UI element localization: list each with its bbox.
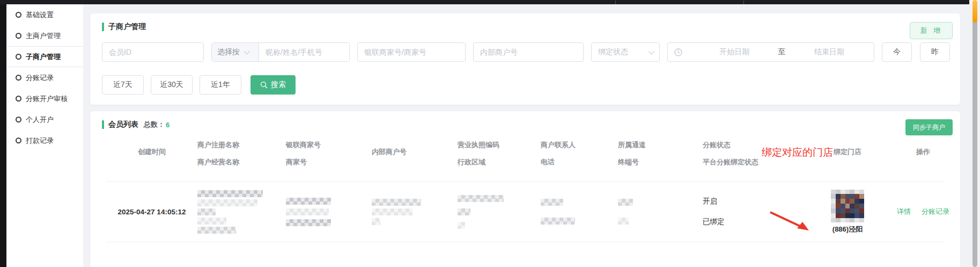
date-range-picker[interactable]: 开始日期 至 结束日期 (667, 42, 874, 62)
row-divider (106, 242, 944, 242)
redacted-block (286, 219, 331, 226)
store-image-pixel (850, 204, 854, 208)
redacted-block (372, 208, 412, 215)
store-image-pixel (854, 213, 859, 218)
select-by-dropdown[interactable]: 选择按 (212, 43, 259, 61)
nickname-search-group: 选择按 (211, 42, 350, 62)
nickname-input[interactable] (259, 43, 349, 61)
store-image-pixel (841, 213, 845, 218)
redacted-block (618, 218, 629, 225)
redacted-block (286, 208, 329, 215)
select-by-label: 选择按 (217, 47, 240, 57)
store-image-pixel (831, 194, 836, 199)
sidebar-item-personal-account[interactable]: 个人开户 (6, 109, 83, 130)
cell-merchant-name-redacted (197, 190, 286, 234)
store-image-pixel (836, 194, 841, 199)
store-image[interactable] (831, 190, 864, 223)
last-1-year-button[interactable]: 近1年 (200, 75, 241, 95)
search-button-label: 搜索 (271, 80, 286, 90)
sidebar-item-payment-records[interactable]: 打款记录 (6, 130, 83, 151)
store-image-pixel (831, 190, 836, 194)
store-image-pixel (841, 190, 845, 194)
add-button[interactable]: 新 增 (910, 22, 953, 39)
member-id-input[interactable] (102, 42, 204, 62)
split-records-link[interactable]: 分账记录 (922, 207, 949, 217)
store-image-pixel (845, 199, 850, 204)
radio-circle-icon (16, 138, 21, 143)
store-image-pixel (841, 199, 845, 204)
store-image-pixel (831, 208, 836, 213)
store-image-pixel (859, 199, 864, 204)
date-to-label: 至 (773, 47, 791, 57)
sidebar-item-main-merchant[interactable]: 主商户管理 (6, 25, 83, 46)
store-image-pixel (850, 190, 854, 194)
radio-circle-icon (16, 33, 21, 39)
redacted-block (541, 199, 563, 206)
annotation-arrow-icon (767, 209, 814, 235)
sidebar-item-label: 子商户管理 (26, 52, 61, 62)
bind-status-select[interactable]: 绑定状态 (591, 42, 660, 62)
radio-circle-icon (16, 75, 21, 81)
chevron-down-icon (244, 48, 250, 54)
last-7-days-button[interactable]: 近7天 (102, 75, 144, 95)
search-button[interactable]: 搜索 (250, 75, 296, 95)
cell-license-redacted (458, 195, 541, 229)
store-image-pixel (836, 204, 841, 208)
radio-circle-icon (16, 54, 21, 60)
sidebar-item-label: 打款记录 (26, 136, 54, 146)
sidebar-item-label: 个人开户 (26, 115, 54, 125)
search-panel: 子商户管理 新 增 选择按 绑定状态 开始日期 至 结束日期 今 昨 (90, 13, 960, 105)
title-accent-bar (102, 23, 104, 31)
last-30-days-button[interactable]: 近30天 (151, 75, 193, 95)
col-header-channel: 所属通道 终端号 (618, 137, 703, 167)
store-image-pixel (845, 213, 850, 218)
store-image-pixel (854, 218, 859, 223)
split-status-value: 开启 (703, 197, 810, 206)
yesterday-button[interactable]: 昨 (920, 42, 950, 62)
sidebar-item-split-records[interactable]: 分账记录 (6, 67, 83, 88)
clock-icon (674, 48, 682, 56)
internal-merchant-input[interactable] (473, 42, 584, 62)
start-date-placeholder: 开始日期 (696, 47, 773, 57)
scrollbar-thumb[interactable] (972, 1, 977, 267)
store-image-pixel (854, 199, 859, 204)
store-image-pixel (850, 194, 854, 199)
redacted-block (372, 199, 421, 206)
redacted-block (197, 190, 263, 197)
store-image-pixel (859, 208, 864, 213)
redacted-block (541, 218, 575, 225)
total-count: 6 (166, 121, 170, 129)
redacted-block (458, 208, 470, 215)
scrollbar-track[interactable] (969, 0, 980, 267)
redacted-block (286, 198, 331, 205)
store-image-pixel (831, 218, 836, 223)
unionpay-merchant-input[interactable] (357, 42, 466, 62)
store-image-pixel (841, 194, 845, 199)
cell-unionpay-redacted (286, 198, 372, 226)
sidebar-item-sub-merchant[interactable]: 子商户管理 (6, 46, 83, 67)
list-title: 会员列表 (108, 120, 138, 129)
detail-link[interactable]: 详情 (897, 207, 911, 217)
sidebar-item-label: 分账开户审核 (26, 94, 68, 104)
store-image-pixel (854, 204, 859, 208)
today-button[interactable]: 今 (882, 42, 912, 62)
sidebar-item-label: 分账记录 (26, 73, 54, 83)
store-image-pixel (836, 218, 841, 223)
sync-sub-merchant-button[interactable]: 同步子商户 (905, 119, 953, 135)
tab-separator (615, 1, 616, 4)
annotation-text: 绑定对应的门店 (762, 146, 833, 160)
store-image-pixel (859, 190, 864, 194)
store-image-pixel (859, 194, 864, 199)
redacted-block (197, 218, 226, 225)
title-accent-bar (102, 120, 104, 129)
sidebar-item-split-account-audit[interactable]: 分账开户审核 (6, 88, 83, 109)
store-image-pixel (854, 190, 859, 194)
store-image-pixel (841, 208, 845, 213)
store-image-pixel (831, 199, 836, 204)
sidebar-item-basic-settings[interactable]: 基础设置 (6, 4, 83, 25)
cell-create-time: 2025-04-27 14:05:12 (106, 208, 197, 216)
store-image-pixel (831, 213, 836, 218)
scrollbar-top-indicator[interactable] (972, 0, 977, 23)
table-row: 2025-04-27 14:05:12 (90, 182, 960, 242)
redacted-block (618, 199, 633, 206)
